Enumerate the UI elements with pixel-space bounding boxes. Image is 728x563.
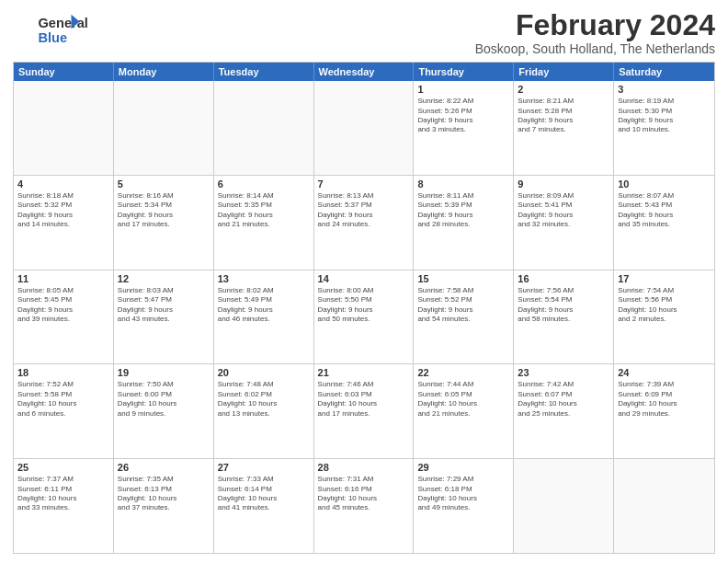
day-number: 20 xyxy=(218,367,310,378)
day-cell-12: 12Sunrise: 8:03 AM Sunset: 5:47 PM Dayli… xyxy=(114,270,214,364)
weekday-header-friday: Friday xyxy=(514,63,614,81)
day-number: 6 xyxy=(218,178,310,190)
day-number: 25 xyxy=(17,462,109,473)
day-number: 3 xyxy=(618,84,711,95)
day-number: 7 xyxy=(318,178,410,190)
day-number: 14 xyxy=(318,273,410,284)
day-info: Sunrise: 7:48 AM Sunset: 6:02 PM Dayligh… xyxy=(218,380,310,419)
day-cell-27: 27Sunrise: 7:33 AM Sunset: 6:14 PM Dayli… xyxy=(214,459,314,553)
day-number: 15 xyxy=(417,273,509,284)
day-cell-5: 5Sunrise: 8:16 AM Sunset: 5:34 PM Daylig… xyxy=(114,176,214,270)
page-header: General Blue February 2024 Boskoop, Sout… xyxy=(13,9,715,56)
day-info: Sunrise: 7:42 AM Sunset: 6:07 PM Dayligh… xyxy=(518,380,609,419)
day-info: Sunrise: 7:44 AM Sunset: 6:05 PM Dayligh… xyxy=(417,380,509,419)
empty-cell xyxy=(114,81,214,175)
day-info: Sunrise: 8:02 AM Sunset: 5:49 PM Dayligh… xyxy=(218,286,310,325)
day-info: Sunrise: 7:50 AM Sunset: 6:00 PM Dayligh… xyxy=(118,380,210,419)
day-info: Sunrise: 8:09 AM Sunset: 5:41 PM Dayligh… xyxy=(518,191,609,230)
day-info: Sunrise: 7:54 AM Sunset: 5:56 PM Dayligh… xyxy=(618,286,711,325)
day-cell-2: 2Sunrise: 8:21 AM Sunset: 5:28 PM Daylig… xyxy=(514,81,614,175)
day-info: Sunrise: 7:39 AM Sunset: 6:09 PM Dayligh… xyxy=(618,380,711,419)
day-cell-26: 26Sunrise: 7:35 AM Sunset: 6:13 PM Dayli… xyxy=(114,459,214,553)
day-number: 8 xyxy=(417,178,509,190)
day-number: 19 xyxy=(118,367,210,378)
day-number: 1 xyxy=(417,84,509,95)
day-number: 24 xyxy=(618,367,711,378)
weekday-header-wednesday: Wednesday xyxy=(314,63,415,81)
day-number: 27 xyxy=(218,462,310,473)
calendar-row-2: 4Sunrise: 8:18 AM Sunset: 5:32 PM Daylig… xyxy=(14,175,714,270)
calendar-row-1: 1Sunrise: 8:22 AM Sunset: 5:26 PM Daylig… xyxy=(14,81,714,175)
day-number: 29 xyxy=(417,462,509,473)
day-cell-15: 15Sunrise: 7:58 AM Sunset: 5:52 PM Dayli… xyxy=(414,270,514,364)
day-cell-17: 17Sunrise: 7:54 AM Sunset: 5:56 PM Dayli… xyxy=(614,270,714,364)
calendar: SundayMondayTuesdayWednesdayThursdayFrid… xyxy=(13,62,715,554)
calendar-row-4: 18Sunrise: 7:52 AM Sunset: 5:58 PM Dayli… xyxy=(14,363,714,458)
empty-cell xyxy=(614,459,714,553)
day-cell-22: 22Sunrise: 7:44 AM Sunset: 6:05 PM Dayli… xyxy=(414,364,514,458)
day-info: Sunrise: 8:18 AM Sunset: 5:32 PM Dayligh… xyxy=(17,191,109,230)
day-cell-4: 4Sunrise: 8:18 AM Sunset: 5:32 PM Daylig… xyxy=(14,176,114,270)
day-number: 18 xyxy=(17,367,109,378)
day-cell-19: 19Sunrise: 7:50 AM Sunset: 6:00 PM Dayli… xyxy=(114,364,214,458)
location-title: Boskoop, South Holland, The Netherlands xyxy=(475,41,715,56)
day-number: 22 xyxy=(417,367,509,378)
empty-cell xyxy=(214,81,314,175)
day-number: 5 xyxy=(118,178,210,190)
day-number: 10 xyxy=(618,178,711,190)
day-info: Sunrise: 8:05 AM Sunset: 5:45 PM Dayligh… xyxy=(17,286,109,325)
day-number: 17 xyxy=(618,273,711,284)
day-info: Sunrise: 8:19 AM Sunset: 5:30 PM Dayligh… xyxy=(618,97,711,135)
day-cell-24: 24Sunrise: 7:39 AM Sunset: 6:09 PM Dayli… xyxy=(614,364,714,458)
day-cell-23: 23Sunrise: 7:42 AM Sunset: 6:07 PM Dayli… xyxy=(514,364,614,458)
day-info: Sunrise: 7:31 AM Sunset: 6:16 PM Dayligh… xyxy=(318,475,410,513)
empty-cell xyxy=(314,81,415,175)
day-cell-8: 8Sunrise: 8:11 AM Sunset: 5:39 PM Daylig… xyxy=(414,176,514,270)
day-info: Sunrise: 7:52 AM Sunset: 5:58 PM Dayligh… xyxy=(17,380,109,419)
empty-cell xyxy=(14,81,114,175)
day-cell-25: 25Sunrise: 7:37 AM Sunset: 6:11 PM Dayli… xyxy=(14,459,114,553)
svg-text:Blue: Blue xyxy=(39,30,68,45)
day-cell-20: 20Sunrise: 7:48 AM Sunset: 6:02 PM Dayli… xyxy=(214,364,314,458)
day-cell-3: 3Sunrise: 8:19 AM Sunset: 5:30 PM Daylig… xyxy=(614,81,714,175)
day-info: Sunrise: 7:37 AM Sunset: 6:11 PM Dayligh… xyxy=(17,475,109,513)
day-cell-6: 6Sunrise: 8:14 AM Sunset: 5:35 PM Daylig… xyxy=(214,176,314,270)
day-cell-7: 7Sunrise: 8:13 AM Sunset: 5:37 PM Daylig… xyxy=(314,176,415,270)
day-cell-29: 29Sunrise: 7:29 AM Sunset: 6:18 PM Dayli… xyxy=(414,459,514,553)
calendar-row-3: 11Sunrise: 8:05 AM Sunset: 5:45 PM Dayli… xyxy=(14,270,714,364)
day-number: 2 xyxy=(518,84,609,95)
day-info: Sunrise: 7:29 AM Sunset: 6:18 PM Dayligh… xyxy=(417,475,509,513)
weekday-header-monday: Monday xyxy=(114,63,214,81)
day-number: 26 xyxy=(118,462,210,473)
weekday-header-tuesday: Tuesday xyxy=(214,63,314,81)
day-cell-28: 28Sunrise: 7:31 AM Sunset: 6:16 PM Dayli… xyxy=(314,459,415,553)
day-number: 23 xyxy=(518,367,609,378)
calendar-body: 1Sunrise: 8:22 AM Sunset: 5:26 PM Daylig… xyxy=(14,81,714,553)
day-info: Sunrise: 8:00 AM Sunset: 5:50 PM Dayligh… xyxy=(318,286,410,325)
day-info: Sunrise: 7:56 AM Sunset: 5:54 PM Dayligh… xyxy=(518,286,609,325)
day-number: 13 xyxy=(218,273,310,284)
day-info: Sunrise: 7:58 AM Sunset: 5:52 PM Dayligh… xyxy=(417,286,509,325)
logo: General Blue xyxy=(13,9,105,51)
day-info: Sunrise: 8:13 AM Sunset: 5:37 PM Dayligh… xyxy=(318,191,410,230)
day-cell-9: 9Sunrise: 8:09 AM Sunset: 5:41 PM Daylig… xyxy=(514,176,614,270)
day-info: Sunrise: 7:33 AM Sunset: 6:14 PM Dayligh… xyxy=(218,475,310,513)
day-info: Sunrise: 8:21 AM Sunset: 5:28 PM Dayligh… xyxy=(518,97,609,135)
day-info: Sunrise: 8:22 AM Sunset: 5:26 PM Dayligh… xyxy=(417,97,509,135)
day-cell-18: 18Sunrise: 7:52 AM Sunset: 5:58 PM Dayli… xyxy=(14,364,114,458)
day-number: 16 xyxy=(518,273,609,284)
day-info: Sunrise: 8:14 AM Sunset: 5:35 PM Dayligh… xyxy=(218,191,310,230)
weekday-header-saturday: Saturday xyxy=(614,63,714,81)
day-cell-14: 14Sunrise: 8:00 AM Sunset: 5:50 PM Dayli… xyxy=(314,270,415,364)
day-cell-16: 16Sunrise: 7:56 AM Sunset: 5:54 PM Dayli… xyxy=(514,270,614,364)
day-info: Sunrise: 8:16 AM Sunset: 5:34 PM Dayligh… xyxy=(118,191,210,230)
weekday-header-thursday: Thursday xyxy=(414,63,514,81)
day-number: 12 xyxy=(118,273,210,284)
month-title: February 2024 xyxy=(475,9,715,41)
day-cell-10: 10Sunrise: 8:07 AM Sunset: 5:43 PM Dayli… xyxy=(614,176,714,270)
title-section: February 2024 Boskoop, South Holland, Th… xyxy=(475,9,715,56)
logo-icon: General Blue xyxy=(13,9,105,51)
day-info: Sunrise: 7:46 AM Sunset: 6:03 PM Dayligh… xyxy=(318,380,410,419)
day-number: 28 xyxy=(318,462,410,473)
day-cell-13: 13Sunrise: 8:02 AM Sunset: 5:49 PM Dayli… xyxy=(214,270,314,364)
